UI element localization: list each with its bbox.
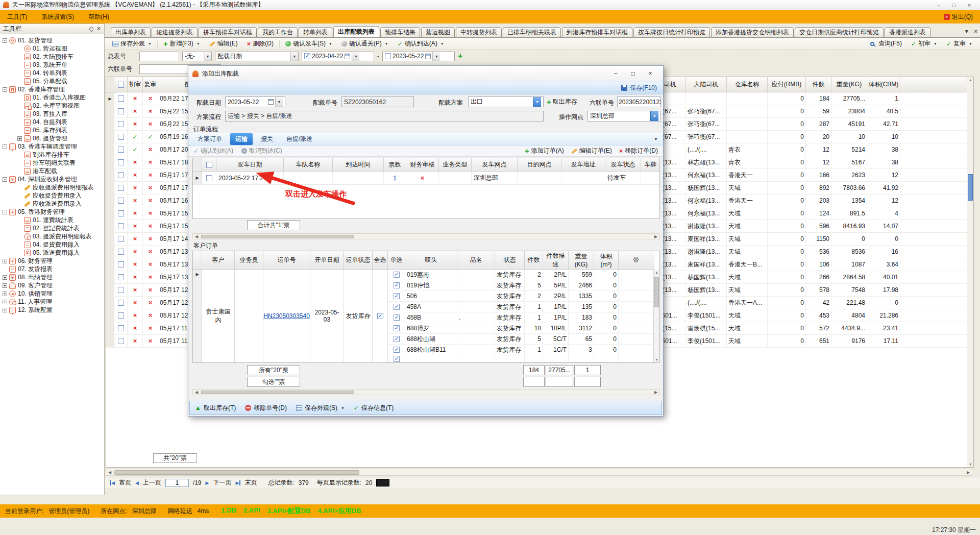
- row-checkbox[interactable]: [114, 182, 128, 194]
- row-checkbox[interactable]: [388, 323, 405, 334]
- col-header-业务员[interactable]: 业务员: [235, 251, 263, 270]
- tab-8[interactable]: 营运视图: [421, 27, 455, 37]
- row-checkbox[interactable]: [114, 322, 128, 334]
- sidebar-close-icon[interactable]: ✕: [96, 26, 101, 32]
- horizontal-scrollbar[interactable]: ◀ ▶: [192, 389, 660, 395]
- sidebar-item[interactable]: 05. 分单配载: [1, 77, 103, 85]
- sidebar-item[interactable]: +12. 系统配置: [1, 306, 103, 314]
- menu-item[interactable]: 系统设置(S): [41, 13, 74, 21]
- checkbox-icon[interactable]: [118, 198, 124, 204]
- checkbox-icon[interactable]: [118, 249, 124, 255]
- add-filter-icon[interactable]: +: [458, 52, 462, 61]
- sidebar-item[interactable]: 01. 香港出入库视图: [1, 93, 103, 102]
- col-header-车队名称[interactable]: 车队名称: [284, 158, 333, 171]
- col-header-应付(RMB)[interactable]: 应付(RMB): [768, 77, 806, 92]
- vertical-scrollbar[interactable]: [653, 270, 659, 362]
- col-header-件数[interactable]: 件数: [525, 251, 543, 270]
- row-checkbox[interactable]: [114, 169, 128, 181]
- expander-icon[interactable]: +: [17, 136, 22, 141]
- master-no-input[interactable]: [139, 52, 179, 61]
- tab-4[interactable]: 我的工作台: [258, 27, 298, 37]
- tab-14[interactable]: 交仓日期供应商统计打印预览: [795, 27, 884, 37]
- col-header-车牌[interactable]: 车牌: [641, 158, 660, 171]
- checkbox-icon[interactable]: [394, 325, 400, 331]
- sidebar-item[interactable]: 应收派送费用录入: [1, 200, 103, 208]
- order-flow-tab-3[interactable]: 报关: [256, 133, 278, 145]
- sidebar-item[interactable]: 07. 发货报表: [1, 265, 103, 273]
- sidebar-item[interactable]: 到港库存排车: [1, 151, 103, 159]
- col-header-客户[interactable]: 客户: [202, 251, 235, 270]
- sidebar-item[interactable]: 02. 登記費統計表: [1, 224, 103, 232]
- expander-icon[interactable]: +: [3, 275, 7, 280]
- chevron-down-icon[interactable]: ▼: [654, 137, 658, 141]
- checkbox-icon[interactable]: [118, 95, 124, 102]
- row-checkbox[interactable]: [114, 131, 128, 143]
- confirm-arrive-button[interactable]: ✓ 确认到达(A): [193, 147, 233, 155]
- checkbox-icon[interactable]: [394, 293, 400, 299]
- sidebar-item[interactable]: 排车明细关联表: [1, 159, 103, 167]
- sidebar-item[interactable]: -05. 香港财务管理: [1, 208, 103, 216]
- tab-2[interactable]: 短途提货列表: [152, 27, 198, 37]
- col-header-体积(CBM)[interactable]: 体积(CBM): [867, 77, 900, 92]
- expander-icon[interactable]: -: [3, 177, 7, 182]
- col-header-发车状态[interactable]: 发车状态: [605, 158, 641, 171]
- row-checkbox[interactable]: [114, 194, 128, 207]
- col-header-开单日期[interactable]: 开单日期: [310, 251, 344, 270]
- sidebar-item[interactable]: -02. 香港库存管理: [1, 85, 103, 93]
- row-checkbox[interactable]: [114, 156, 128, 168]
- col-header-件数描述[interactable]: 件数描述: [543, 251, 569, 270]
- edit-order-button[interactable]: 编辑订单(E): [571, 147, 612, 155]
- col-header-仓库名称[interactable]: 仓库名称: [727, 77, 768, 92]
- col-header-发车日期[interactable]: 发车日期: [216, 158, 284, 171]
- sidebar-item[interactable]: +06. 财务管理: [1, 257, 103, 265]
- expander-icon[interactable]: -: [3, 210, 7, 214]
- toolbar-button-初审[interactable]: ✓初审▼: [906, 39, 942, 49]
- sidebar-item[interactable]: 03. 系统开单: [1, 61, 103, 69]
- minimize-button[interactable]: –: [931, 1, 946, 9]
- page-number-input[interactable]: [165, 479, 189, 487]
- row-checkbox[interactable]: [114, 220, 128, 232]
- checkbox-icon[interactable]: [118, 121, 124, 127]
- sidebar-item[interactable]: -04. 深圳应收财务管理: [1, 175, 103, 183]
- col-header-带[interactable]: 带: [619, 251, 654, 270]
- row-checkbox[interactable]: [114, 207, 128, 220]
- vertical-scrollbar[interactable]: [967, 77, 973, 467]
- row-checkbox[interactable]: [114, 143, 128, 156]
- sidebar-item[interactable]: 港车配载: [1, 167, 103, 175]
- checkbox-icon[interactable]: [394, 356, 400, 362]
- col-header-发车地址[interactable]: 发车地址: [561, 158, 605, 171]
- row-checkbox[interactable]: [388, 312, 405, 323]
- op-node-select[interactable]: 深圳总部 ▼: [587, 111, 661, 121]
- horizontal-scrollbar[interactable]: ◀ ▶: [106, 469, 972, 476]
- col-header-运单号[interactable]: 运单号: [263, 251, 310, 270]
- row-checkbox[interactable]: [114, 271, 128, 283]
- row-checkbox[interactable]: [114, 284, 128, 296]
- first-page-icon[interactable]: ◀: [110, 480, 115, 485]
- close-button[interactable]: ×: [962, 1, 977, 9]
- sidebar-item[interactable]: 应收提货费用录入: [1, 191, 103, 200]
- date-to-picker[interactable]: 2023-05-22 ▼: [382, 52, 455, 61]
- expander-icon[interactable]: -: [3, 87, 7, 92]
- checkbox-icon[interactable]: [118, 210, 124, 216]
- checkbox-icon[interactable]: [118, 274, 124, 280]
- sidebar-item[interactable]: +11. 人事管理: [1, 298, 103, 306]
- checkbox-icon[interactable]: [118, 338, 124, 344]
- toolbar-button-确认到达(A)[interactable]: ✓确认到达(A)▼: [393, 39, 449, 49]
- checkbox-icon[interactable]: [394, 336, 400, 342]
- checkbox-icon[interactable]: [377, 313, 383, 319]
- expander-icon[interactable]: +: [3, 291, 7, 296]
- checkbox-icon[interactable]: [118, 223, 124, 229]
- expander-icon[interactable]: -: [3, 144, 7, 149]
- prev-page-icon[interactable]: ◀: [135, 480, 139, 485]
- checkbox-icon[interactable]: [394, 304, 400, 310]
- tab-overflow-icon[interactable]: ▼: [964, 29, 969, 34]
- scroll-right-icon[interactable]: ▶: [652, 234, 659, 239]
- sidebar-item[interactable]: 02. 大陆预排车: [1, 53, 103, 61]
- toolbar-button-确认通关(P)[interactable]: 确认通关(P)▼: [337, 39, 393, 49]
- date-to-checkbox[interactable]: [385, 53, 391, 59]
- col-header-票数[interactable]: 票数: [384, 158, 406, 171]
- tab-10[interactable]: 已排车明细关联表: [503, 27, 561, 37]
- sidebar-item[interactable]: 02. 仓库平面视图: [1, 102, 103, 110]
- checkbox-icon[interactable]: [394, 282, 400, 288]
- scrollbar-thumb[interactable]: [201, 235, 354, 238]
